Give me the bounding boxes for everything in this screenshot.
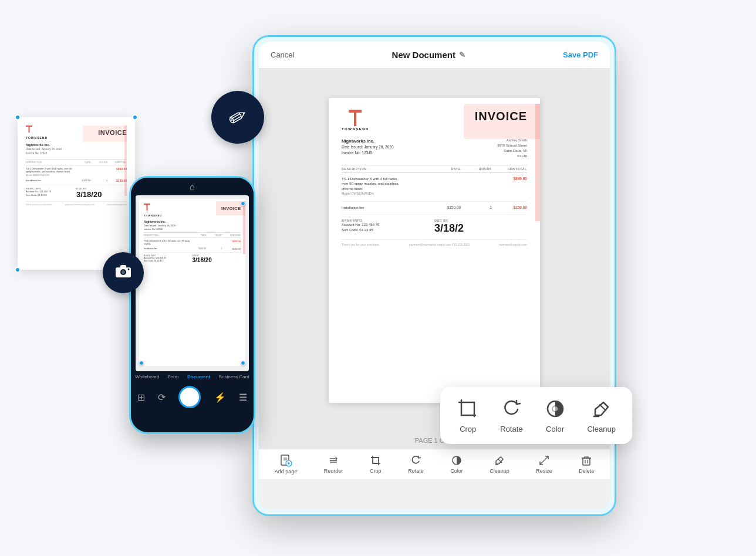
paper-logo [26,126,32,134]
invoice-row-1: TS-1 Dishwasher X with 4 full racks,over… [342,177,527,196]
brand-name: TOWNSEND [342,127,369,131]
svg-rect-0 [26,126,32,127]
svg-rect-7 [120,265,126,268]
cancel-button[interactable]: Cancel [271,50,294,59]
toolbar-color-label: Color [450,468,463,474]
invoice-footer: Thank you for your purchase. payment@tow… [342,239,527,246]
pencil-circle: ✏ [211,91,264,144]
toolbar-cleanup[interactable]: Cleanup [490,455,509,474]
document-title: New Document ✎ [392,50,465,60]
toolbar-crop[interactable]: Crop [370,455,382,474]
phone-sel-dot-br[interactable] [241,361,245,365]
toolbar-cleanup-label: Cleanup [490,468,509,474]
svg-rect-24 [583,458,590,465]
phone-sel-dot-tr[interactable] [241,201,245,206]
action-color[interactable]: Color [544,398,566,433]
svg-point-8 [128,269,130,270]
selection-handle-tr[interactable] [132,114,138,120]
toolbar-delete[interactable]: Delete [579,455,594,474]
toolbar-resize-label: Resize [536,468,552,474]
edit-title-icon[interactable]: ✎ [459,50,465,59]
paper-document: TOWNSEND INVOICE Nightworks Inc. Date Is… [18,117,135,270]
toolbar-add-page[interactable]: Add page [275,454,298,474]
phone-mini-document: TOWNSEND INVOICE Nightworks Inc. Date Is… [139,199,245,366]
svg-point-6 [122,270,125,274]
phone-sel-dot-bl[interactable] [139,361,144,365]
tablet-document-area: TOWNSEND INVOICE Nightworks Inc. Date Is… [259,69,610,432]
invoice-billing: Nightworks Inc. Date Issued: January 28,… [342,138,527,159]
tablet-topbar: Cancel New Document ✎ Save PDF [259,42,610,69]
action-crop-label: Crop [460,425,476,433]
phone-device: ⌂ TOWNSEND INVOICE Nightworks Inc. Date … [129,176,255,434]
invoice-from: Nightworks Inc. Date Issued: January 28,… [342,138,394,159]
toolbar-rotate[interactable]: Rotate [408,455,424,474]
phone-lightning-icon[interactable]: ⚡ [214,392,226,403]
toolbar-crop-label: Crop [370,468,382,474]
phone-logo [144,204,150,212]
phone-home-icon: ⌂ [190,182,194,191]
phone-tab-whiteboard[interactable]: Whiteboard [135,374,159,379]
selection-handle-bl[interactable] [15,267,21,273]
selection-handle-tl[interactable] [15,114,21,120]
action-color-label: Color [546,425,564,433]
phone-tab-form[interactable]: Form [168,374,179,379]
action-rotate[interactable]: Rotate [500,398,522,433]
invoice-title: INVOICE [475,110,527,123]
phone-doc-area: TOWNSEND INVOICE Nightworks Inc. Date Is… [136,195,249,371]
action-cleanup[interactable]: Cleanup [588,398,616,433]
phone-tabs: Whiteboard Form Document Business Card [131,371,254,382]
svg-rect-10 [354,113,356,126]
camera-circle [103,252,144,293]
action-rotate-label: Rotate [500,425,522,433]
invoice-logo: TOWNSEND [342,110,369,131]
save-pdf-button[interactable]: Save PDF [563,50,598,59]
invoice-bank-section: BANK INFO Account No: 123 456 78 Sort Co… [342,219,527,235]
invoice-row-2: Installation fee $150.00 1 $150.00 [342,205,527,210]
svg-rect-1 [29,127,30,133]
svg-line-30 [600,405,606,411]
phone-bottom-controls: ⊞ ⟳ ⚡ ☰ [131,382,254,412]
invoice-to: Ashley Smith 3679 School Street Saint Lo… [497,138,527,159]
phone-tab-document[interactable]: Document [187,374,210,379]
toolbar-reorder-label: Reorder [324,468,343,474]
invoice-table-header: DESCRIPTION RATE HOURS SUBTOTAL [342,165,527,173]
tablet-toolbar: Add page Reorder Crop [259,449,610,479]
toolbar-add-page-label: Add page [275,469,298,474]
svg-point-29 [552,406,558,412]
toolbar-resize[interactable]: Resize [536,455,552,474]
toolbar-reorder[interactable]: Reorder [324,455,343,474]
phone-shutter-button[interactable] [178,386,201,408]
toolbar-rotate-label: Rotate [408,468,424,474]
svg-rect-3 [147,205,148,211]
action-card: Crop Rotate Color Clean [440,387,632,444]
action-cleanup-label: Cleanup [588,425,616,433]
svg-rect-9 [349,110,362,113]
phone-tab-bizcard[interactable]: Business Card [219,374,249,379]
toolbar-delete-label: Delete [579,468,594,474]
pencil-icon: ✏ [223,101,252,133]
svg-rect-2 [144,204,150,205]
camera-icon [115,263,131,282]
phone-doc-icon[interactable]: ☰ [239,392,247,403]
document-page: TOWNSEND INVOICE Nightworks Inc. Date Is… [329,98,540,403]
toolbar-color[interactable]: Color [450,455,463,474]
svg-line-23 [540,456,548,465]
phone-statusbar: ⌂ [131,178,254,195]
phone-gallery-icon[interactable]: ⊞ [137,392,145,403]
action-crop[interactable]: Crop [457,398,479,433]
phone-flash-icon[interactable]: ⟳ [158,392,166,403]
tablet-device: Cancel New Document ✎ Save PDF [252,35,616,516]
